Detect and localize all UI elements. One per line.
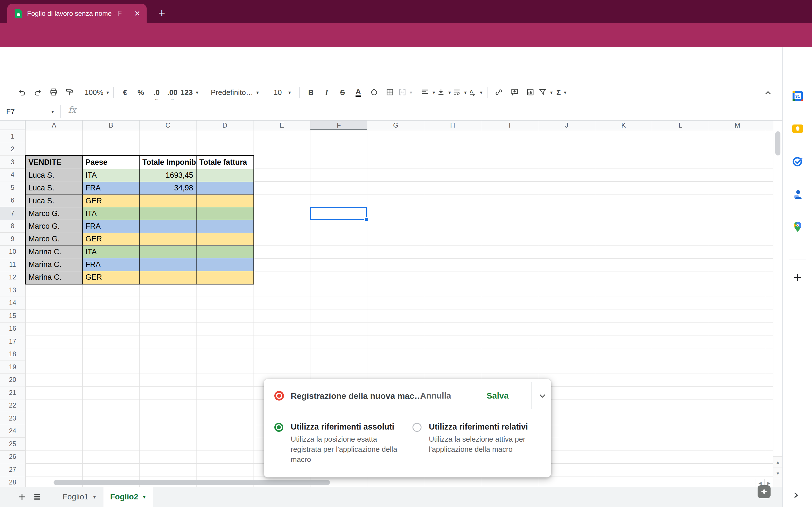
paint-format-icon[interactable]: [62, 85, 77, 101]
cell-B3[interactable]: Paese: [83, 156, 140, 169]
scroll-down-icon[interactable]: ▼: [773, 467, 782, 479]
sheet-tab-foglio2[interactable]: Foglio2▼: [103, 487, 153, 507]
row-header-12[interactable]: 12: [0, 271, 25, 284]
cell-B12[interactable]: GER: [83, 271, 140, 284]
cell-B5[interactable]: FRA: [83, 182, 140, 194]
column-headers[interactable]: ABCDEFGHIJKLM: [0, 121, 773, 130]
row-header-10[interactable]: 10: [0, 245, 25, 259]
font-size-select[interactable]: 10▼: [270, 85, 296, 101]
cell-C10[interactable]: [140, 245, 197, 258]
row-header-15[interactable]: 15: [0, 309, 25, 323]
create-filter-icon[interactable]: ▼: [539, 85, 554, 101]
collapse-toolbar-icon[interactable]: [761, 86, 775, 100]
data-table[interactable]: VENDITEPaeseTotale ImponibileTotale fatt…: [25, 155, 254, 284]
bold[interactable]: B: [303, 85, 319, 101]
maps-icon[interactable]: [791, 220, 804, 233]
cell-B6[interactable]: GER: [83, 194, 140, 207]
cell-A3[interactable]: VENDITE: [26, 156, 83, 169]
cell-A5[interactable]: Luca S.: [26, 182, 83, 194]
insert-chart-icon[interactable]: [523, 85, 538, 101]
vertical-align-icon[interactable]: ▼: [437, 85, 452, 101]
cell-C7[interactable]: [140, 207, 197, 220]
print-icon[interactable]: [46, 85, 61, 101]
sheet-tab-foglio1[interactable]: Foglio1▼: [56, 487, 103, 507]
sparkle-badge-icon[interactable]: [757, 485, 771, 502]
row-headers[interactable]: 1234567891011121314151617181920212223242…: [0, 130, 26, 487]
horizontal-align-icon[interactable]: ▼: [421, 85, 436, 101]
row-header-5[interactable]: 5: [0, 181, 25, 194]
row-header-3[interactable]: 3: [0, 156, 25, 169]
column-header-L[interactable]: L: [652, 121, 709, 130]
cell-A8[interactable]: Marco G.: [26, 220, 83, 232]
insert-comment-icon[interactable]: [507, 85, 522, 101]
calendar-icon[interactable]: 31: [791, 90, 804, 103]
add-addon-icon[interactable]: [791, 271, 804, 284]
row-header-27[interactable]: 27: [0, 463, 25, 476]
cell-B11[interactable]: FRA: [83, 258, 140, 271]
new-tab-icon[interactable]: +: [156, 7, 168, 20]
scroll-up-icon[interactable]: ▲: [773, 456, 782, 467]
format-percent[interactable]: %: [133, 85, 148, 101]
more-formats[interactable]: 123▼: [181, 85, 199, 101]
cell-C11[interactable]: [140, 258, 197, 271]
cell-D4[interactable]: [197, 169, 253, 181]
horizontal-scrollbar-thumb[interactable]: [54, 480, 330, 485]
row-header-25[interactable]: 25: [0, 438, 25, 451]
cell-D9[interactable]: [197, 233, 253, 245]
cell-A4[interactable]: Luca S.: [26, 169, 83, 181]
cell-D7[interactable]: [197, 207, 253, 220]
column-header-A[interactable]: A: [26, 121, 82, 130]
name-box[interactable]: F7 ▼: [0, 103, 60, 120]
undo-icon[interactable]: [14, 85, 30, 101]
column-header-B[interactable]: B: [82, 121, 139, 130]
column-header-I[interactable]: I: [481, 121, 538, 130]
italic[interactable]: I: [319, 85, 335, 101]
row-header-22[interactable]: 22: [0, 399, 25, 412]
cell-A12[interactable]: Marina C.: [26, 271, 83, 284]
row-header-14[interactable]: 14: [0, 297, 25, 310]
row-header-13[interactable]: 13: [0, 284, 25, 297]
cell-C3[interactable]: Totale Imponibile: [140, 156, 197, 169]
merge-cells-icon[interactable]: ▼: [398, 85, 413, 101]
cell-A10[interactable]: Marina C.: [26, 245, 83, 258]
cell-D11[interactable]: [197, 258, 253, 271]
radio-selected-icon[interactable]: [274, 423, 283, 432]
select-all-corner[interactable]: [0, 121, 26, 130]
column-header-J[interactable]: J: [538, 121, 595, 130]
row-header-1[interactable]: 1: [0, 130, 25, 143]
row-header-24[interactable]: 24: [0, 425, 25, 438]
keep-icon[interactable]: [791, 122, 804, 135]
row-header-7[interactable]: 7: [0, 207, 25, 220]
row-header-28[interactable]: 28: [0, 476, 25, 487]
cell-B7[interactable]: ITA: [83, 207, 140, 220]
format-currency[interactable]: €: [117, 85, 133, 101]
cell-D6[interactable]: [197, 194, 253, 207]
cell-B10[interactable]: ITA: [83, 245, 140, 258]
cell-A11[interactable]: Marina C.: [26, 258, 83, 271]
strikethrough[interactable]: S: [335, 85, 350, 101]
cell-A9[interactable]: Marco G.: [26, 233, 83, 245]
cell-C8[interactable]: [140, 220, 197, 232]
row-header-16[interactable]: 16: [0, 323, 25, 335]
text-color[interactable]: A: [351, 85, 366, 101]
column-header-H[interactable]: H: [424, 121, 481, 130]
cell-B4[interactable]: ITA: [83, 169, 140, 181]
font-family-select[interactable]: Predefinito…▼: [207, 85, 262, 101]
add-sheet-icon[interactable]: [16, 491, 28, 503]
show-side-panel-icon[interactable]: [790, 489, 802, 501]
row-header-19[interactable]: 19: [0, 361, 25, 374]
row-header-6[interactable]: 6: [0, 194, 25, 207]
column-header-C[interactable]: C: [139, 121, 196, 130]
cell-D10[interactable]: [197, 245, 253, 258]
radio-unselected-icon[interactable]: [412, 423, 421, 432]
column-header-M[interactable]: M: [709, 121, 766, 130]
tab-close-icon[interactable]: ✕: [133, 9, 142, 18]
functions[interactable]: Σ▼: [554, 85, 569, 101]
cell-B8[interactable]: FRA: [83, 220, 140, 232]
collapse-dialog-icon[interactable]: [535, 388, 550, 403]
cell-C9[interactable]: [140, 233, 197, 245]
all-sheets-icon[interactable]: [31, 491, 43, 503]
borders-icon[interactable]: [382, 85, 398, 101]
row-header-20[interactable]: 20: [0, 374, 25, 387]
save-button[interactable]: Salva: [479, 388, 516, 403]
